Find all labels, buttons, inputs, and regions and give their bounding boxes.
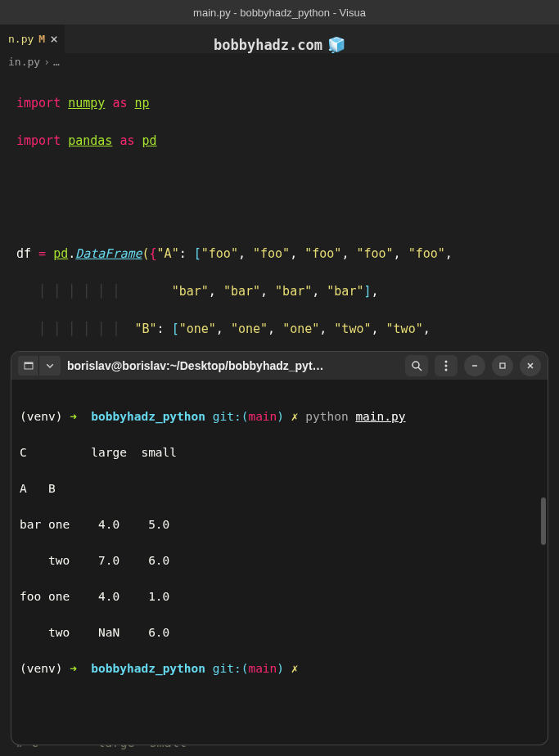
watermark-text: bobbyhadz.com xyxy=(214,37,322,53)
breadcrumb-more: … xyxy=(53,56,60,68)
terminal-menu-button[interactable] xyxy=(435,355,458,376)
tab-modified-indicator: M xyxy=(38,33,45,45)
terminal-search-button[interactable] xyxy=(405,355,428,376)
code-line: df = pd.DataFrame({"A": ["foo", "foo", "… xyxy=(16,245,559,263)
svg-point-5 xyxy=(445,365,448,367)
terminal-output: two 7.0 6.0 xyxy=(20,551,539,569)
svg-line-3 xyxy=(418,367,422,371)
breadcrumb[interactable]: in.py › … xyxy=(0,53,559,70)
terminal-new-tab-button[interactable] xyxy=(18,356,39,376)
kebab-menu-icon xyxy=(444,360,448,371)
maximize-button[interactable] xyxy=(492,355,513,376)
code-line xyxy=(16,169,559,188)
code-line: import pandas as pd xyxy=(16,132,559,151)
terminal-output: C large small xyxy=(20,443,539,461)
terminal-dropdown-button[interactable] xyxy=(39,356,61,376)
svg-rect-1 xyxy=(25,362,33,364)
terminal-title: borislav@borislav:~/Desktop/bobbyhadz_py… xyxy=(67,359,399,372)
minimize-icon xyxy=(471,362,479,370)
chevron-right-icon: › xyxy=(43,56,50,68)
minimize-button[interactable] xyxy=(464,355,485,376)
terminal-output: bar one 4.0 5.0 xyxy=(20,515,539,533)
terminal-scrollbar[interactable] xyxy=(541,497,546,545)
watermark: bobbyhadz.com 🧊 xyxy=(214,36,345,53)
tab-main-py[interactable]: n.py M × xyxy=(0,25,65,53)
tab-filename: n.py xyxy=(8,33,34,45)
terminal-body[interactable]: (venv) ➜ bobbyhadz_python git:(main) ✗ p… xyxy=(11,380,548,745)
chevron-down-icon xyxy=(47,364,53,368)
terminal-output: two NaN 6.0 xyxy=(20,623,539,641)
close-icon xyxy=(526,362,534,370)
terminal-icon xyxy=(24,361,34,371)
window-title: main.py - bobbyhadz_python - Visua xyxy=(193,7,366,19)
terminal-header: borislav@borislav:~/Desktop/bobbyhadz_py… xyxy=(11,352,548,380)
breadcrumb-file: in.py xyxy=(8,56,40,68)
search-icon xyxy=(411,360,422,371)
svg-rect-8 xyxy=(500,363,505,368)
code-line: │ │ │ │ │ │ "B": ["one", "one", "one", "… xyxy=(16,320,559,339)
code-line: import numpy as np xyxy=(16,94,559,113)
terminal-output: A B xyxy=(20,479,539,497)
terminal-new-tab-group xyxy=(18,356,61,376)
terminal-window-controls xyxy=(464,355,541,376)
terminal-line: (venv) ➜ bobbyhadz_python git:(main) ✗ p… xyxy=(20,407,539,425)
svg-point-6 xyxy=(445,369,448,371)
terminal-line: (venv) ➜ bobbyhadz_python git:(main) ✗ xyxy=(20,659,539,677)
close-icon[interactable]: × xyxy=(50,31,58,47)
cube-icon: 🧊 xyxy=(327,36,345,53)
code-line: │ │ │ │ │ │ "bar", "bar", "bar", "bar"], xyxy=(16,282,559,301)
maximize-icon xyxy=(498,362,507,370)
terminal-output: foo one 4.0 1.0 xyxy=(20,587,539,605)
code-line xyxy=(16,207,559,226)
window-titlebar: main.py - bobbyhadz_python - Visua xyxy=(0,0,559,25)
svg-point-2 xyxy=(412,362,419,368)
close-button[interactable] xyxy=(520,355,541,376)
svg-point-4 xyxy=(445,361,448,363)
terminal-window: borislav@borislav:~/Desktop/bobbyhadz_py… xyxy=(11,352,548,745)
